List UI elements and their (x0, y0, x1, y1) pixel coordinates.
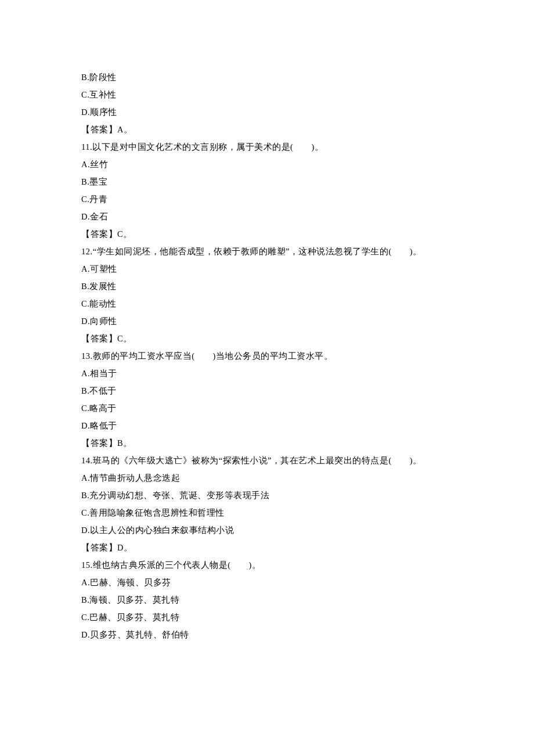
text-line: 11.以下是对中国文化艺术的文言别称，属于美术的是( )。 (0, 138, 534, 156)
text-line: A.丝竹 (0, 156, 534, 173)
text-line: 【答案】B。 (0, 434, 534, 452)
text-line: C.巴赫、贝多芬、莫扎特 (0, 609, 534, 626)
text-line: C.丹青 (0, 190, 534, 208)
text-line: D.向师性 (0, 312, 534, 330)
text-line: 14.班马的《六年级大逃亡》被称为“探索性小说”，其在艺术上最突出的特点是( )… (0, 452, 534, 469)
text-line: C.略高于 (0, 399, 534, 417)
text-line: 15.维也纳古典乐派的三个代表人物是( )。 (0, 556, 534, 574)
text-line: B.海顿、贝多芬、莫扎特 (0, 591, 534, 609)
text-line: B.阶段性 (0, 69, 534, 86)
text-line: 【答案】D。 (0, 539, 534, 556)
text-line: C.善用隐喻象征饱含思辨性和哲理性 (0, 504, 534, 521)
text-line: 12.“学生如同泥坯，他能否成型，依赖于教师的雕塑”，这种说法忽视了学生的( )… (0, 243, 534, 260)
text-line: A.可塑性 (0, 260, 534, 278)
text-line: C.能动性 (0, 295, 534, 312)
text-line: C.互补性 (0, 86, 534, 103)
text-line: 【答案】C。 (0, 330, 534, 347)
text-line: 【答案】A。 (0, 121, 534, 138)
text-line: A.相当于 (0, 365, 534, 382)
text-line: D.以主人公的内心独白来叙事结构小说 (0, 521, 534, 539)
document-page: B.阶段性 C.互补性 D.顺序性 【答案】A。 11.以下是对中国文化艺术的文… (0, 0, 534, 756)
text-line: D.略低于 (0, 417, 534, 434)
text-line: B.不低于 (0, 382, 534, 399)
text-line: 【答案】C。 (0, 225, 534, 243)
text-line: D.金石 (0, 208, 534, 225)
text-line: B.充分调动幻想、夸张、荒诞、变形等表现手法 (0, 487, 534, 504)
text-line: A.巴赫、海顿、贝多芬 (0, 574, 534, 591)
text-line: B.墨宝 (0, 173, 534, 190)
text-line: D.顺序性 (0, 103, 534, 121)
text-line: A.情节曲折动人悬念迭起 (0, 469, 534, 487)
text-line: 13.教师的平均工资水平应当( )当地公务员的平均工资水平。 (0, 347, 534, 365)
text-line: D.贝多芬、莫扎特、舒伯特 (0, 626, 534, 643)
text-line: B.发展性 (0, 278, 534, 295)
